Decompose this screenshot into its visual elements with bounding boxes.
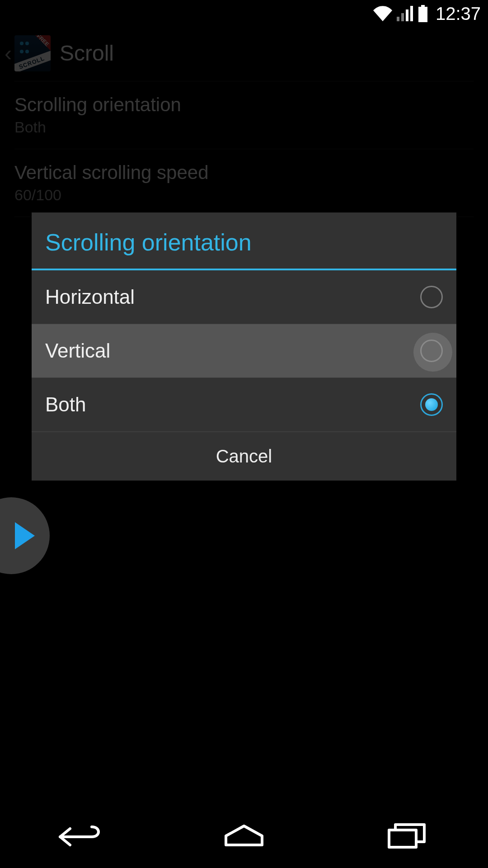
- cell-signal-icon: [397, 6, 413, 21]
- radio-icon: [420, 393, 443, 416]
- option-vertical[interactable]: Vertical: [32, 324, 456, 378]
- cancel-button[interactable]: Cancel: [216, 446, 272, 467]
- option-label: Horizontal: [45, 286, 135, 308]
- battery-icon: [418, 5, 428, 22]
- wifi-icon: [373, 6, 392, 21]
- nav-back-button[interactable]: [45, 823, 117, 848]
- radio-icon: [420, 286, 443, 308]
- option-both[interactable]: Both: [32, 378, 456, 432]
- radio-icon: [420, 340, 443, 362]
- status-time: 12:37: [436, 4, 481, 24]
- nav-home-button[interactable]: [208, 823, 280, 848]
- dialog-footer: Cancel: [32, 432, 456, 481]
- option-label: Vertical: [45, 340, 110, 362]
- nav-recent-button[interactable]: [371, 822, 443, 849]
- svg-rect-4: [421, 5, 425, 7]
- svg-rect-6: [389, 830, 416, 847]
- dialog-header: Scrolling orientation: [32, 212, 456, 269]
- svg-rect-3: [410, 6, 413, 21]
- svg-rect-1: [401, 13, 404, 21]
- status-bar: 12:37: [0, 0, 488, 27]
- svg-rect-5: [418, 7, 427, 22]
- navigation-bar: [0, 803, 488, 868]
- option-horizontal[interactable]: Horizontal: [32, 270, 456, 324]
- svg-rect-2: [406, 9, 408, 21]
- dialog-title: Scrolling orientation: [45, 229, 443, 256]
- svg-rect-0: [397, 17, 399, 21]
- play-icon: [15, 522, 35, 549]
- dialog-scrolling-orientation: Scrolling orientation Horizontal Vertica…: [32, 212, 456, 481]
- option-label: Both: [45, 393, 86, 416]
